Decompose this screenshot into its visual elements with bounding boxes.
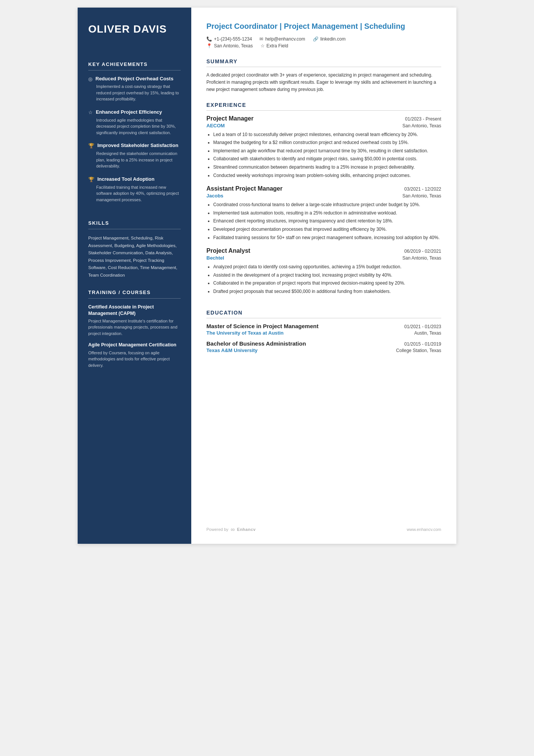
job-1-bullet-3: Implemented an agile workflow that reduc… bbox=[213, 147, 441, 155]
email-text: help@enhancv.com bbox=[265, 36, 305, 42]
job-1-location: San Antonio, Texas bbox=[402, 123, 441, 128]
contact-location: 📍 San Antonio, Texas bbox=[206, 43, 253, 49]
achievement-desc-1: Implemented a cost-saving strategy that … bbox=[88, 83, 181, 102]
skills-divider bbox=[88, 229, 181, 229]
summary-text: A dedicated project coordinator with 3+ … bbox=[206, 72, 441, 94]
training-title-2: Agile Project Management Certification bbox=[88, 342, 181, 348]
edu-2-dates: 01/2015 - 01/2019 bbox=[404, 341, 441, 347]
job-3-title: Project Analyst bbox=[206, 247, 250, 254]
education-section-title: EDUCATION bbox=[206, 310, 441, 316]
job-1-company: AECOM bbox=[206, 123, 225, 128]
job-3-bullet-3: Collaborated in the preparation of proje… bbox=[213, 280, 441, 287]
contact-linkedin: 🔗 linkedin.com bbox=[313, 36, 346, 42]
summary-section-title: SUMMARY bbox=[206, 58, 441, 64]
job-1-bullet-4: Collaborated with stakeholders to identi… bbox=[213, 155, 441, 163]
job-1-company-row: AECOM San Antonio, Texas bbox=[206, 123, 441, 128]
job-2-bullet-4: Developed project documentation processe… bbox=[213, 226, 441, 233]
job-3-dates: 06/2019 - 02/2021 bbox=[404, 249, 441, 254]
job-2-location: San Antonio, Texas bbox=[402, 193, 441, 199]
achievement-desc-2: Introduced agile methodologies that decr… bbox=[88, 117, 181, 136]
achievement-item-3: 🏆 Improved Stakeholder Satisfaction Rede… bbox=[88, 142, 181, 169]
edu-1-school-row: The University of Texas at Austin Austin… bbox=[206, 330, 441, 336]
job-2-bullet-5: Facilitated training sessions for 50+ st… bbox=[213, 234, 441, 241]
edu-1-school: The University of Texas at Austin bbox=[206, 330, 284, 336]
edu-2-school-row: Texas A&M University College Station, Te… bbox=[206, 347, 441, 353]
skills-title: SKILLS bbox=[88, 220, 181, 226]
enhancv-logo-icon: ∞ bbox=[231, 526, 235, 532]
job-1-header: Project Manager 01/2023 - Present bbox=[206, 115, 441, 122]
experience-section-title: EXPERIENCE bbox=[206, 102, 441, 108]
extra-icon: ☆ bbox=[261, 43, 265, 49]
job-1-dates: 01/2023 - Present bbox=[405, 116, 441, 122]
training-item-1: Certified Associate in Project Managemen… bbox=[88, 304, 181, 337]
linkedin-text: linkedin.com bbox=[320, 36, 346, 42]
job-3-bullet-1: Analyzed project data to identify cost-s… bbox=[213, 263, 441, 271]
achievement-title-3: Improved Stakeholder Satisfaction bbox=[97, 142, 178, 149]
job-3-bullet-4: Drafted project proposals that secured $… bbox=[213, 288, 441, 295]
job-3-location: San Antonio, Texas bbox=[402, 255, 441, 261]
brand-name: Enhancv bbox=[237, 527, 256, 532]
job-3-company-row: Bechtel San Antonio, Texas bbox=[206, 255, 441, 261]
job-2-dates: 03/2021 - 12/2022 bbox=[404, 186, 441, 192]
job-2-bullets: Coordinated cross-functional teams to de… bbox=[206, 201, 441, 242]
contact-extra: ☆ Extra Field bbox=[261, 43, 288, 49]
achievement-item-1: ◎ Reduced Project Overhead Costs Impleme… bbox=[88, 76, 181, 102]
main-content: Project Coordinator | Project Management… bbox=[191, 8, 456, 544]
training-title-1: Certified Associate in Project Managemen… bbox=[88, 304, 181, 316]
location-text: San Antonio, Texas bbox=[214, 43, 253, 49]
email-icon: ✉ bbox=[259, 36, 263, 42]
location-icon: 📍 bbox=[206, 43, 212, 49]
edu-1-location: Austin, Texas bbox=[414, 330, 441, 336]
job-3-company: Bechtel bbox=[206, 255, 224, 261]
edu-1-dates: 01/2021 - 01/2023 bbox=[404, 324, 441, 329]
phone-text: +1-(234)-555-1234 bbox=[214, 36, 252, 42]
achievement-title-2: Enhanced Project Efficiency bbox=[96, 109, 162, 116]
edu-2-degree: Bachelor of Business Administration bbox=[206, 340, 306, 347]
contact-row-2: 📍 San Antonio, Texas ☆ Extra Field bbox=[206, 43, 441, 49]
achievements-divider bbox=[88, 70, 181, 70]
extra-text: Extra Field bbox=[267, 43, 288, 49]
achievement-desc-4: Facilitated training that increased new … bbox=[88, 184, 181, 203]
job-2-bullet-3: Enhanced client reporting structures, im… bbox=[213, 218, 441, 225]
job-1-bullet-5: Streamlined communication between depart… bbox=[213, 164, 441, 171]
sidebar: OLIVER DAVIS KEY ACHIEVEMENTS ◎ Reduced … bbox=[78, 8, 191, 544]
training-desc-2: Offered by Coursera, focusing on agile m… bbox=[88, 350, 181, 369]
achievement-title-4: Increased Tool Adoption bbox=[97, 176, 155, 183]
training-item-2: Agile Project Management Certification O… bbox=[88, 342, 181, 368]
edu-2-location: College Station, Texas bbox=[396, 348, 441, 353]
job-2-header: Assistant Project Manager 03/2021 - 12/2… bbox=[206, 185, 441, 192]
edu-item-1: Master of Science in Project Management … bbox=[206, 323, 441, 336]
edu-2-school: Texas A&M University bbox=[206, 347, 258, 353]
candidate-name: OLIVER DAVIS bbox=[88, 23, 181, 36]
job-1-bullet-1: Led a team of 10 to successfully deliver… bbox=[213, 131, 441, 138]
phone-icon: 📞 bbox=[206, 36, 212, 42]
job-2-company-row: Jacobs San Antonio, Texas bbox=[206, 193, 441, 199]
training-list: Certified Associate in Project Managemen… bbox=[88, 304, 181, 374]
achievement-icon-3: 🏆 bbox=[88, 143, 94, 149]
contact-row-1: 📞 +1-(234)-555-1234 ✉ help@enhancv.com 🔗… bbox=[206, 36, 441, 42]
linkedin-icon: 🔗 bbox=[313, 36, 319, 42]
achievements-title: KEY ACHIEVEMENTS bbox=[88, 61, 181, 67]
job-2-title: Assistant Project Manager bbox=[206, 185, 283, 192]
contact-phone: 📞 +1-(234)-555-1234 bbox=[206, 36, 252, 42]
training-divider bbox=[88, 298, 181, 299]
achievements-list: ◎ Reduced Project Overhead Costs Impleme… bbox=[88, 76, 181, 210]
powered-by-text: Powered by bbox=[206, 527, 228, 532]
footer-left: Powered by ∞ Enhancv bbox=[206, 526, 256, 532]
skills-text: Project Management, Scheduling, Risk Ass… bbox=[88, 235, 181, 279]
achievement-item-2: ☆ Enhanced Project Efficiency Introduced… bbox=[88, 109, 181, 136]
job-2-company: Jacobs bbox=[206, 193, 223, 199]
job-1-bullet-2: Managed the budgeting for a $2 million c… bbox=[213, 139, 441, 146]
experience-divider bbox=[206, 110, 441, 111]
job-1-bullet-6: Conducted weekly workshops improving tea… bbox=[213, 172, 441, 179]
job-3-header: Project Analyst 06/2019 - 02/2021 bbox=[206, 247, 441, 254]
contact-email: ✉ help@enhancv.com bbox=[259, 36, 305, 42]
job-2-bullet-1: Coordinated cross-functional teams to de… bbox=[213, 201, 441, 208]
achievement-icon-2: ☆ bbox=[88, 110, 93, 115]
job-3-bullets: Analyzed project data to identify cost-s… bbox=[206, 263, 441, 296]
job-3-bullet-2: Assisted in the development of a project… bbox=[213, 272, 441, 279]
achievement-desc-3: Redesigned the stakeholder communication… bbox=[88, 150, 181, 169]
headline: Project Coordinator | Project Management… bbox=[206, 21, 441, 31]
training-desc-1: Project Management Institute's certifica… bbox=[88, 318, 181, 337]
achievement-title-1: Reduced Project Overhead Costs bbox=[95, 76, 173, 82]
